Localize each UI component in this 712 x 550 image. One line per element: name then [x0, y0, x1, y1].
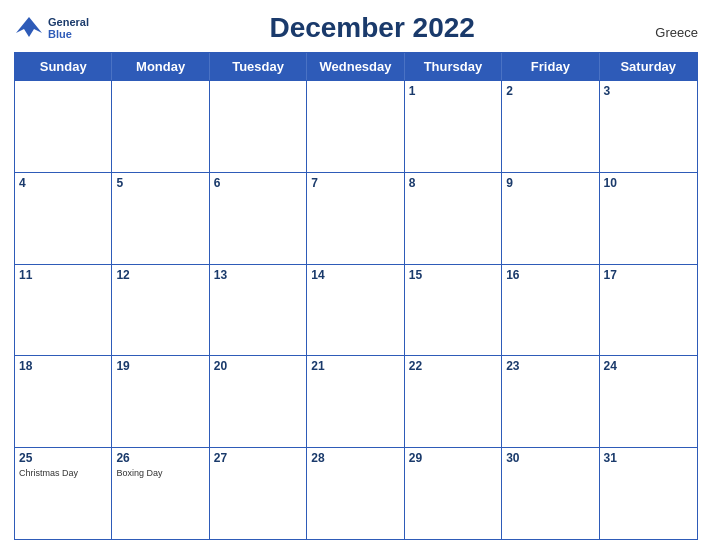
- date-21: 21: [311, 359, 399, 373]
- date-22: 22: [409, 359, 497, 373]
- date-19: 19: [116, 359, 204, 373]
- cell-w3-wed: 14: [307, 265, 404, 356]
- date-30: 30: [506, 451, 594, 465]
- header-thursday: Thursday: [405, 53, 502, 80]
- date-25: 25: [19, 451, 107, 465]
- date-13: 13: [214, 268, 302, 282]
- date-15: 15: [409, 268, 497, 282]
- cell-w4-fri: 23: [502, 356, 599, 447]
- cell-w2-mon: 5: [112, 173, 209, 264]
- cell-w2-thu: 8: [405, 173, 502, 264]
- date-1: 1: [409, 84, 497, 98]
- cell-w4-mon: 19: [112, 356, 209, 447]
- cell-w3-mon: 12: [112, 265, 209, 356]
- cell-w4-thu: 22: [405, 356, 502, 447]
- logo-line2: Blue: [48, 28, 89, 40]
- bird-icon: [14, 15, 44, 41]
- date-4: 4: [19, 176, 107, 190]
- calendar-page: General Blue December 2022 Greece Sunday…: [0, 0, 712, 550]
- date-20: 20: [214, 359, 302, 373]
- date-16: 16: [506, 268, 594, 282]
- week-3: 11 12 13 14 15 16 17: [15, 264, 697, 356]
- logo: General Blue: [14, 15, 89, 41]
- week-4: 18 19 20 21 22 23 24: [15, 355, 697, 447]
- cell-w5-fri: 30: [502, 448, 599, 539]
- cell-w4-sun: 18: [15, 356, 112, 447]
- cell-w5-sun: 25 Christmas Day: [15, 448, 112, 539]
- date-24: 24: [604, 359, 693, 373]
- date-27: 27: [214, 451, 302, 465]
- cell-w4-sat: 24: [600, 356, 697, 447]
- date-14: 14: [311, 268, 399, 282]
- header-sunday: Sunday: [15, 53, 112, 80]
- cell-w3-sun: 11: [15, 265, 112, 356]
- calendar-grid: Sunday Monday Tuesday Wednesday Thursday…: [14, 52, 698, 540]
- cell-w3-sat: 17: [600, 265, 697, 356]
- cell-w1-fri: 2: [502, 81, 599, 172]
- cell-w2-sun: 4: [15, 173, 112, 264]
- date-28: 28: [311, 451, 399, 465]
- date-11: 11: [19, 268, 107, 282]
- date-6: 6: [214, 176, 302, 190]
- date-26: 26: [116, 451, 204, 465]
- cell-w5-sat: 31: [600, 448, 697, 539]
- cell-w5-tue: 27: [210, 448, 307, 539]
- cell-w3-thu: 15: [405, 265, 502, 356]
- cell-w5-thu: 29: [405, 448, 502, 539]
- header-wednesday: Wednesday: [307, 53, 404, 80]
- header-monday: Monday: [112, 53, 209, 80]
- cell-w1-mon: [112, 81, 209, 172]
- cell-w2-wed: 7: [307, 173, 404, 264]
- date-17: 17: [604, 268, 693, 282]
- week-2: 4 5 6 7 8 9 10: [15, 172, 697, 264]
- date-31: 31: [604, 451, 693, 465]
- date-2: 2: [506, 84, 594, 98]
- cell-w2-sat: 10: [600, 173, 697, 264]
- cell-w1-sun: [15, 81, 112, 172]
- header-friday: Friday: [502, 53, 599, 80]
- date-12: 12: [116, 268, 204, 282]
- cell-w1-sat: 3: [600, 81, 697, 172]
- date-10: 10: [604, 176, 693, 190]
- cell-w1-thu: 1: [405, 81, 502, 172]
- cell-w3-tue: 13: [210, 265, 307, 356]
- date-3: 3: [604, 84, 693, 98]
- date-7: 7: [311, 176, 399, 190]
- logo-line1: General: [48, 16, 89, 28]
- cell-w5-wed: 28: [307, 448, 404, 539]
- date-5: 5: [116, 176, 204, 190]
- week-5: 25 Christmas Day 26 Boxing Day 27 28 29: [15, 447, 697, 539]
- date-23: 23: [506, 359, 594, 373]
- weeks-container: 1 2 3 4 5 6: [15, 80, 697, 539]
- date-18: 18: [19, 359, 107, 373]
- cell-w5-mon: 26 Boxing Day: [112, 448, 209, 539]
- cell-w2-fri: 9: [502, 173, 599, 264]
- date-9: 9: [506, 176, 594, 190]
- cell-w4-tue: 20: [210, 356, 307, 447]
- holiday-christmas: Christmas Day: [19, 468, 107, 479]
- day-headers-row: Sunday Monday Tuesday Wednesday Thursday…: [15, 53, 697, 80]
- date-8: 8: [409, 176, 497, 190]
- svg-marker-0: [16, 17, 42, 37]
- header-saturday: Saturday: [600, 53, 697, 80]
- holiday-boxing: Boxing Day: [116, 468, 204, 479]
- header: General Blue December 2022 Greece: [14, 12, 698, 44]
- cell-w3-fri: 16: [502, 265, 599, 356]
- country-label: Greece: [655, 25, 698, 44]
- cell-w4-wed: 21: [307, 356, 404, 447]
- week-1: 1 2 3: [15, 80, 697, 172]
- calendar-title: December 2022: [89, 12, 655, 44]
- logo-text: General Blue: [48, 16, 89, 40]
- cell-w1-wed: [307, 81, 404, 172]
- date-29: 29: [409, 451, 497, 465]
- header-tuesday: Tuesday: [210, 53, 307, 80]
- cell-w2-tue: 6: [210, 173, 307, 264]
- cell-w1-tue: [210, 81, 307, 172]
